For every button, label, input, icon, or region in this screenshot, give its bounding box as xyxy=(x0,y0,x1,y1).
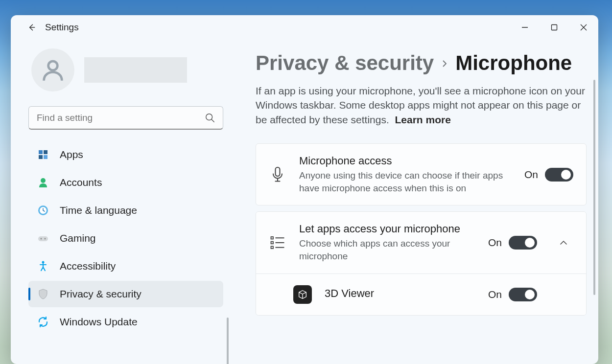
svg-rect-5 xyxy=(39,155,43,159)
svg-point-7 xyxy=(41,178,46,183)
close-button[interactable] xyxy=(569,17,598,38)
settings-window: Settings xyxy=(11,15,598,364)
svg-rect-14 xyxy=(276,167,280,176)
main-content: Privacy & security Microphone If an app … xyxy=(236,40,598,364)
minimize-icon xyxy=(521,24,528,31)
sidebar-item-accounts[interactable]: Accounts xyxy=(28,169,223,196)
svg-rect-4 xyxy=(44,150,47,154)
apps-icon xyxy=(37,149,49,160)
gaming-icon xyxy=(37,232,49,244)
avatar xyxy=(31,48,74,91)
app-3d-viewer: 3D Viewer On xyxy=(256,274,586,315)
maximize-icon xyxy=(551,24,558,31)
let-apps-access-setting: Let apps access your microphone Choose w… xyxy=(256,212,586,273)
sidebar-item-apps[interactable]: Apps xyxy=(28,141,223,168)
setting-sub: Anyone using this device can choose if t… xyxy=(299,169,512,194)
maximize-button[interactable] xyxy=(540,17,569,38)
person-icon xyxy=(40,57,66,83)
sidebar: Apps Accounts Time & language Gaming Acc… xyxy=(11,40,236,364)
toggle-state: On xyxy=(524,169,538,181)
back-button[interactable] xyxy=(21,17,42,38)
svg-rect-6 xyxy=(44,155,47,159)
svg-rect-15 xyxy=(271,237,274,239)
learn-more-link[interactable]: Learn more xyxy=(395,114,450,125)
chevron-right-icon xyxy=(441,56,448,71)
shield-icon xyxy=(37,288,49,300)
sidebar-scrollbar[interactable] xyxy=(227,318,229,364)
accounts-icon xyxy=(37,177,49,188)
expand-button[interactable] xyxy=(554,233,573,252)
let-apps-toggle[interactable] xyxy=(509,236,537,250)
setting-title: Let apps access your microphone xyxy=(299,223,475,235)
page-title: Microphone xyxy=(455,51,572,75)
app-icon-3d-viewer xyxy=(293,285,312,304)
main-scrollbar[interactable] xyxy=(593,80,595,295)
breadcrumb: Privacy & security Microphone xyxy=(256,51,587,75)
chevron-up-icon xyxy=(559,238,568,247)
search-input-wrapper xyxy=(28,106,223,130)
nav-label: Time & language xyxy=(60,205,137,216)
microphone-access-toggle[interactable] xyxy=(545,168,573,182)
sidebar-item-gaming[interactable]: Gaming xyxy=(28,225,223,251)
username xyxy=(84,57,187,83)
settings-list: Microphone access Anyone using this devi… xyxy=(256,143,587,316)
minimize-button[interactable] xyxy=(510,17,540,38)
list-icon xyxy=(269,234,286,251)
nav-label: Apps xyxy=(60,149,83,160)
svg-rect-16 xyxy=(271,242,274,244)
window-controls xyxy=(510,17,598,38)
sidebar-item-accessibility[interactable]: Accessibility xyxy=(28,253,223,279)
sidebar-item-update[interactable]: Windows Update xyxy=(28,309,223,335)
setting-sub: Choose which apps can access your microp… xyxy=(299,237,475,262)
svg-point-1 xyxy=(48,61,58,70)
app-title: Settings xyxy=(45,22,79,33)
update-icon xyxy=(37,316,49,328)
nav-list: Apps Accounts Time & language Gaming Acc… xyxy=(28,141,230,335)
svg-point-11 xyxy=(41,238,42,240)
arrow-left-icon xyxy=(26,23,36,32)
microphone-icon xyxy=(269,166,286,183)
sidebar-item-time[interactable]: Time & language xyxy=(28,197,223,224)
accessibility-icon xyxy=(37,260,49,272)
breadcrumb-parent[interactable]: Privacy & security xyxy=(256,51,434,75)
apps-access-group: Let apps access your microphone Choose w… xyxy=(256,211,587,315)
sidebar-item-privacy[interactable]: Privacy & security xyxy=(28,281,223,307)
nav-label: Windows Update xyxy=(60,316,138,328)
nav-label: Gaming xyxy=(60,232,96,244)
nav-label: Privacy & security xyxy=(60,288,141,300)
microphone-access-setting: Microphone access Anyone using this devi… xyxy=(256,143,587,205)
toggle-state: On xyxy=(488,289,502,300)
search-input[interactable] xyxy=(28,106,223,130)
nav-label: Accounts xyxy=(60,177,102,188)
user-profile[interactable] xyxy=(31,48,230,91)
app-name: 3D Viewer xyxy=(325,287,475,300)
svg-rect-17 xyxy=(271,247,274,249)
svg-point-12 xyxy=(45,238,46,240)
app-3d-toggle[interactable] xyxy=(509,288,537,301)
title-bar: Settings xyxy=(11,15,598,40)
svg-rect-0 xyxy=(552,25,557,30)
time-icon xyxy=(37,205,49,216)
svg-rect-3 xyxy=(39,150,43,154)
page-description: If an app is using your microphone, you'… xyxy=(256,84,587,127)
toggle-state: On xyxy=(488,237,502,249)
setting-title: Microphone access xyxy=(299,155,512,167)
close-icon xyxy=(580,24,587,31)
nav-label: Accessibility xyxy=(60,260,116,272)
svg-point-13 xyxy=(42,261,45,264)
svg-rect-10 xyxy=(38,236,48,241)
search-icon xyxy=(205,113,215,123)
